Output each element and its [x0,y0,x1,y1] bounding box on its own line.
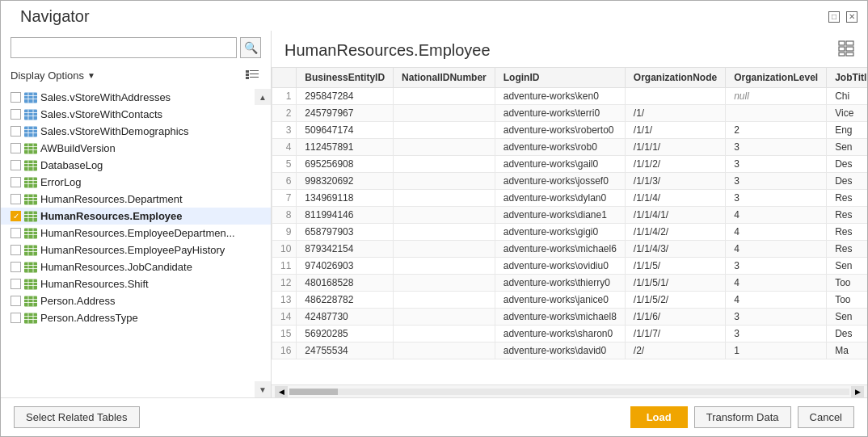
table-cell [394,190,495,207]
table-cell: /1/1/5/2/ [625,292,725,309]
grid-view-icon [838,40,854,57]
table-cell: /1/1/2/ [625,156,725,173]
list-item[interactable]: HumanResources.EmployeeDepartmen... [1,225,271,242]
row-number: 7 [272,190,297,207]
nav-list[interactable]: Sales.vStoreWithAddresses Sales.vStoreWi… [1,89,271,397]
item-checkbox[interactable]: ✓ [11,211,21,221]
item-checkbox[interactable] [11,228,21,238]
table-cell [394,292,495,309]
svg-rect-56 [24,262,37,272]
item-checkbox[interactable] [11,245,21,255]
list-item[interactable]: HumanResources.Shift [1,275,271,292]
table-cell: /1/1/4/ [625,190,725,207]
table-cell: Sen [827,258,867,275]
table-cell: /1/1/1/ [625,139,725,156]
preview-title: HumanResources.Employee [284,41,491,60]
data-table-container[interactable]: BusinessEntityIDNationalIDNumberLoginIDO… [272,67,867,384]
title-bar: Navigator □ ✕ [1,1,867,31]
select-related-button[interactable]: Select Related Tables [14,406,140,428]
list-item[interactable]: HumanResources.Department [1,191,271,208]
cancel-button[interactable]: Cancel [798,406,854,428]
item-label: HumanResources.EmployeePayHistory [40,244,225,256]
table-cell: 879342154 [297,241,394,258]
item-checkbox[interactable] [11,279,21,289]
table-row: 9658797903adventure-works\gigi0/1/1/4/2/… [272,224,868,241]
svg-rect-66 [24,296,37,306]
scroll-left-button[interactable]: ◀ [275,386,288,397]
table-cell: 509647174 [297,122,394,139]
svg-rect-21 [24,143,37,153]
table-cell [394,326,495,342]
search-input[interactable] [11,37,237,58]
scroll-down-button[interactable]: ▼ [255,381,271,397]
table-cell [394,224,495,241]
list-item[interactable]: Person.AddressType [1,309,271,326]
table-cell [394,258,495,275]
table-cell: adventure-works\dylan0 [495,190,625,207]
row-number: 9 [272,224,297,241]
table-icon [24,143,37,154]
column-header[interactable]: NationalIDNumber [394,68,495,88]
list-item[interactable]: HumanResources.JobCandidate [1,258,271,275]
table-cell: /1/1/4/2/ [625,224,725,241]
table-icon [24,262,37,273]
column-header[interactable]: JobTitl [827,68,867,88]
svg-rect-6 [24,92,37,103]
transform-data-button[interactable]: Transform Data [694,406,791,428]
scroll-up-button[interactable]: ▲ [255,89,271,105]
list-item[interactable]: Sales.vStoreWithContacts [1,106,271,123]
table-cell: Eng [827,122,867,139]
item-checkbox[interactable] [11,126,21,137]
table-cell: adventure-works\janice0 [495,292,625,309]
horizontal-scrollbar[interactable]: ◀ ▶ [272,384,867,397]
column-header[interactable]: LoginID [495,68,625,88]
preview-options-button[interactable] [838,40,854,61]
list-item[interactable]: DatabaseLog [1,157,271,174]
svg-rect-78 [839,47,845,51]
table-cell: 134969118 [297,190,394,207]
list-item[interactable]: AWBuildVersion [1,140,271,157]
item-checkbox[interactable] [11,313,21,323]
table-cell [394,139,495,156]
table-cell: 3 [726,156,827,173]
display-options-button[interactable]: Display Options ▼ [11,69,95,82]
restore-button[interactable]: □ [828,11,840,23]
load-button[interactable]: Load [630,406,688,428]
column-header[interactable]: OrganizationNode [625,68,725,88]
table-cell: 3 [726,139,827,156]
search-row: 🔍 [1,37,271,65]
list-item[interactable]: ErrorLog [1,174,271,191]
list-item[interactable]: Person.Address [1,292,271,309]
table-cell: /1/ [625,105,725,122]
list-view-button[interactable] [243,66,261,84]
action-buttons: Load Transform Data Cancel [630,406,854,428]
table-cell: adventure-works\michael6 [495,241,625,258]
item-checkbox[interactable] [11,177,21,187]
table-cell: adventure-works\gail0 [495,156,625,173]
item-checkbox[interactable] [11,160,21,170]
svg-rect-41 [24,211,37,221]
table-cell: /1/1/6/ [625,309,725,326]
item-checkbox[interactable] [11,109,21,120]
list-item[interactable]: Sales.vStoreWithAddresses [1,89,271,106]
svg-rect-71 [24,313,37,323]
item-checkbox[interactable] [11,92,21,103]
item-checkbox[interactable] [11,194,21,204]
item-checkbox[interactable] [11,262,21,272]
item-checkbox[interactable] [11,143,21,153]
column-header[interactable]: OrganizationLevel [726,68,827,88]
table-cell: adventure-works\terri0 [495,105,625,122]
list-item[interactable]: HumanResources.EmployeePayHistory [1,242,271,258]
list-item[interactable]: ✓ HumanResources.Employee [1,208,271,225]
table-cell: /1/1/5/ [625,258,725,275]
table-row: 12480168528adventure-works\thierry0/1/1/… [272,275,868,292]
scroll-right-button[interactable]: ▶ [851,386,864,397]
close-button[interactable]: ✕ [846,11,857,23]
item-checkbox[interactable] [11,296,21,306]
column-header[interactable]: BusinessEntityID [297,68,394,88]
row-number: 15 [272,326,297,342]
search-button[interactable]: 🔍 [240,37,261,58]
table-cell: 3 [726,326,827,342]
table-cell: 56920285 [297,326,394,342]
list-item[interactable]: Sales.vStoreWithDemographics [1,123,271,140]
